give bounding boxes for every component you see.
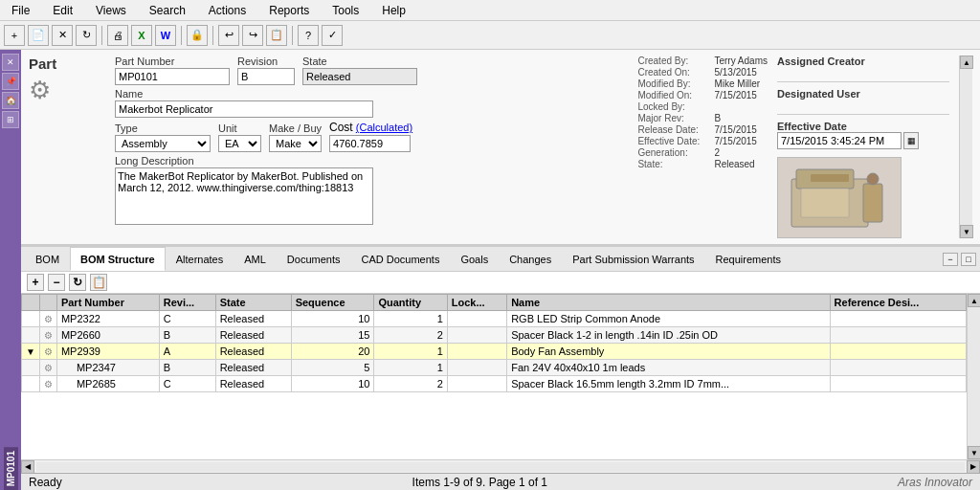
- toolbar-close-btn[interactable]: ✕: [52, 25, 73, 46]
- toolbar-excel-btn[interactable]: X: [131, 25, 152, 46]
- table-scrollbar: ▲ ▼: [967, 294, 980, 459]
- bom-tbody: ⚙ MP2322 C Released 10 1 RGB LED Strip C…: [22, 311, 967, 392]
- col-name[interactable]: Name: [507, 295, 830, 311]
- pn-row: Part Number Revision State: [115, 56, 628, 85]
- calendar-btn[interactable]: ▦: [903, 132, 919, 149]
- cell-expand: [22, 327, 40, 344]
- table-row[interactable]: ⚙ MP2347 B Released 5 1 Fan 24V 40x40x10…: [22, 360, 967, 376]
- cost-calc-link[interactable]: (Calculated): [356, 122, 412, 133]
- toolbar-undo-btn[interactable]: ↩: [218, 25, 239, 46]
- toolbar-sep2: [181, 26, 182, 45]
- tab-requirements[interactable]: Requirements: [705, 247, 791, 271]
- tab-cad-documents[interactable]: CAD Documents: [350, 247, 450, 271]
- name-input[interactable]: [115, 100, 373, 118]
- toolbar-sep3: [212, 26, 213, 45]
- cell-part-number[interactable]: MP2660: [56, 327, 159, 344]
- toolbar-add-btn[interactable]: +: [4, 25, 25, 46]
- table-row[interactable]: ⚙ MP2322 C Released 10 1 RGB LED Strip C…: [22, 311, 967, 327]
- tab-bom[interactable]: BOM: [25, 247, 70, 271]
- table-scroll-down[interactable]: ▼: [968, 446, 980, 459]
- state-meta-label: State:: [637, 159, 714, 169]
- assigned-creator-section: Assigned Creator: [777, 56, 949, 84]
- cell-icon: ⚙: [39, 344, 56, 360]
- sidebar-icon-grid[interactable]: ⊞: [2, 111, 19, 128]
- toolbar-copy-btn[interactable]: 📋: [266, 25, 287, 46]
- restore-btn[interactable]: □: [961, 253, 976, 266]
- col-revision[interactable]: Revi...: [159, 295, 215, 311]
- tab-psw[interactable]: Part Submission Warrants: [562, 247, 704, 271]
- h-scroll-left[interactable]: ◀: [21, 460, 34, 474]
- tab-goals[interactable]: Goals: [450, 247, 499, 271]
- menu-edit[interactable]: Edit: [49, 3, 77, 18]
- bom-remove-btn[interactable]: −: [48, 274, 65, 291]
- long-desc-input[interactable]: The MakerBot Replicator by MakerBot. Pub…: [115, 167, 373, 225]
- type-select[interactable]: Assembly: [115, 135, 211, 152]
- makebuy-select[interactable]: Make: [269, 135, 322, 152]
- effective-date-section: Effective Date ▦: [777, 121, 949, 149]
- h-scroll-right[interactable]: ▶: [967, 460, 980, 474]
- cell-expand: [22, 376, 40, 392]
- pn-field: Part Number: [115, 56, 230, 85]
- cell-name: Spacer Black 16.5mm length 3.2mm ID 7mm.…: [507, 376, 830, 392]
- table-row[interactable]: ▼ ⚙ MP2939 A Released 20 1 Body Fan Asse…: [22, 344, 967, 360]
- scroll-down-btn[interactable]: ▼: [960, 225, 973, 238]
- bom-copy-btn[interactable]: 📋: [90, 274, 107, 291]
- scroll-track: [960, 69, 972, 225]
- menu-file[interactable]: File: [8, 3, 33, 18]
- cell-part-number[interactable]: MP2322: [56, 311, 159, 327]
- toolbar-check-btn[interactable]: ✓: [322, 25, 343, 46]
- toolbar-lock-btn[interactable]: 🔒: [187, 25, 208, 46]
- col-ref-desi[interactable]: Reference Desi...: [830, 295, 966, 311]
- type-row: Type Assembly Unit EA Make / Buy: [115, 121, 628, 152]
- locked-by-value: [714, 101, 768, 112]
- effective-date-input[interactable]: [777, 132, 902, 149]
- cell-revision: A: [159, 344, 215, 360]
- scroll-up-btn[interactable]: ▲: [960, 56, 973, 69]
- sidebar-icon-pin[interactable]: 📌: [2, 73, 19, 90]
- state-meta-value: Released: [714, 159, 768, 169]
- cost-input[interactable]: [329, 135, 411, 152]
- cell-part-number[interactable]: MP2347: [56, 360, 159, 376]
- tab-alternates[interactable]: Alternates: [166, 247, 234, 271]
- makebuy-field: Make / Buy Make: [269, 122, 322, 152]
- col-part-number[interactable]: Part Number: [56, 295, 159, 311]
- col-quantity[interactable]: Quantity: [374, 295, 447, 311]
- tab-bom-structure[interactable]: BOM Structure: [70, 247, 166, 271]
- modified-on-label: Modified On:: [637, 90, 714, 100]
- bom-table-container: Part Number Revi... State Sequence Quant…: [21, 294, 967, 459]
- sidebar-icon-home[interactable]: 🏠: [2, 92, 19, 109]
- toolbar-print-btn[interactable]: 🖨: [107, 25, 128, 46]
- type-field: Type Assembly: [115, 122, 211, 152]
- sidebar-icon-close[interactable]: ✕: [2, 54, 19, 71]
- toolbar-word-btn[interactable]: W: [155, 25, 176, 46]
- bom-add-btn[interactable]: +: [27, 274, 44, 291]
- menu-views[interactable]: Views: [92, 3, 130, 18]
- table-row[interactable]: ⚙ MP2685 C Released 10 2 Spacer Black 16…: [22, 376, 967, 392]
- bom-refresh-btn[interactable]: ↻: [69, 274, 86, 291]
- menu-tools[interactable]: Tools: [328, 3, 363, 18]
- toolbar-refresh-btn[interactable]: ↻: [76, 25, 97, 46]
- pn-input[interactable]: [115, 68, 230, 85]
- cell-part-number[interactable]: MP2685: [56, 376, 159, 392]
- menu-actions[interactable]: Actions: [205, 3, 250, 18]
- col-state[interactable]: State: [215, 295, 291, 311]
- col-lock[interactable]: Lock...: [447, 295, 506, 311]
- menu-search[interactable]: Search: [145, 3, 189, 18]
- toolbar-redo-btn[interactable]: ↪: [242, 25, 263, 46]
- menu-reports[interactable]: Reports: [265, 3, 313, 18]
- table-scroll-up[interactable]: ▲: [968, 294, 980, 307]
- toolbar-help-btn[interactable]: ?: [298, 25, 319, 46]
- minimize-btn[interactable]: −: [943, 253, 958, 266]
- cell-revision: C: [159, 376, 215, 392]
- tab-documents[interactable]: Documents: [277, 247, 351, 271]
- table-row[interactable]: ⚙ MP2660 B Released 15 2 Spacer Black 1-…: [22, 327, 967, 344]
- status-brand: Aras Innovator: [898, 476, 972, 489]
- cell-part-number[interactable]: MP2939: [56, 344, 159, 360]
- tab-changes[interactable]: Changes: [499, 247, 562, 271]
- rev-input[interactable]: [237, 68, 295, 85]
- toolbar-doc-btn[interactable]: 📄: [28, 25, 49, 46]
- unit-select[interactable]: EA: [218, 135, 261, 152]
- col-sequence[interactable]: Sequence: [291, 295, 374, 311]
- menu-help[interactable]: Help: [378, 3, 410, 18]
- tab-aml[interactable]: AML: [234, 247, 277, 271]
